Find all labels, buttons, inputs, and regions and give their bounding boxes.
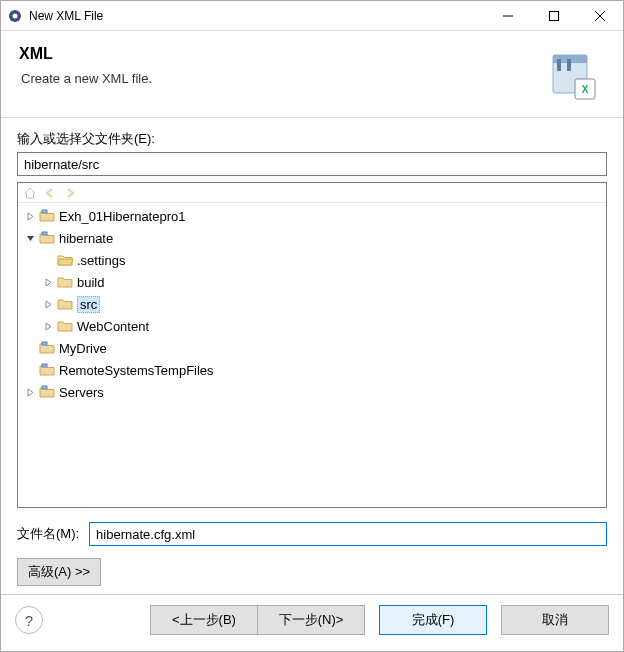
folder-icon [38, 362, 56, 378]
app-icon [7, 8, 23, 24]
caret-right-icon[interactable] [40, 296, 56, 312]
dialog-header: XML Create a new XML file. X [1, 31, 623, 118]
svg-point-1 [13, 13, 18, 18]
svg-rect-3 [550, 11, 559, 20]
xml-file-icon: X [541, 45, 605, 109]
caret-right-icon[interactable] [22, 208, 38, 224]
caret-right-icon[interactable] [40, 274, 56, 290]
parent-folder-input[interactable] [17, 152, 607, 176]
tree-node[interactable]: hibernate [20, 227, 604, 249]
finish-button[interactable]: 完成(F) [379, 605, 487, 635]
dialog-content: 输入或选择父文件夹(E): Exh_01Hibernatepro1hiberna… [1, 118, 623, 594]
tree-node[interactable]: MyDrive [20, 337, 604, 359]
tree-node-label: build [77, 275, 104, 290]
tree-node-label: Servers [59, 385, 104, 400]
home-icon[interactable] [22, 185, 38, 201]
advanced-button[interactable]: 高级(A) >> [17, 558, 101, 586]
tree-node-label: WebContent [77, 319, 149, 334]
folder-icon [56, 274, 74, 290]
parent-folder-label: 输入或选择父文件夹(E): [17, 130, 607, 148]
tree-node-label: .settings [77, 253, 125, 268]
forward-arrow-icon[interactable] [62, 185, 78, 201]
caret-right-icon[interactable] [40, 318, 56, 334]
tree-node[interactable]: WebContent [20, 315, 604, 337]
tree-node[interactable]: Servers [20, 381, 604, 403]
tree-node[interactable]: RemoteSystemsTempFiles [20, 359, 604, 381]
cancel-button[interactable]: 取消 [501, 605, 609, 635]
tree-node[interactable]: .settings [20, 249, 604, 271]
folder-icon [56, 296, 74, 312]
folder-tree-container: Exh_01Hibernatepro1hibernate.settingsbui… [17, 182, 607, 508]
header-title: XML [19, 45, 541, 63]
caret-down-icon[interactable] [22, 230, 38, 246]
help-icon: ? [25, 612, 33, 629]
svg-rect-13 [42, 232, 47, 235]
window-title: New XML File [29, 9, 485, 23]
filename-input[interactable] [89, 522, 607, 546]
help-button[interactable]: ? [15, 606, 43, 634]
caret-right-icon[interactable] [22, 384, 38, 400]
tree-node[interactable]: src [20, 293, 604, 315]
dialog-footer: ? <上一步(B) 下一步(N)> 完成(F) 取消 [1, 594, 623, 651]
svg-text:X: X [582, 84, 589, 95]
svg-rect-12 [42, 210, 47, 213]
folder-icon [56, 318, 74, 334]
minimize-button[interactable] [485, 1, 531, 31]
svg-rect-14 [42, 342, 47, 345]
svg-rect-16 [42, 386, 47, 389]
tree-toolbar [18, 183, 606, 203]
tree-node-label: MyDrive [59, 341, 107, 356]
folder-icon [56, 252, 74, 268]
new-xml-file-dialog: New XML File XML Create a new XML file. [0, 0, 624, 652]
tree-node-label: RemoteSystemsTempFiles [59, 363, 214, 378]
tree-node-label: Exh_01Hibernatepro1 [59, 209, 185, 224]
close-button[interactable] [577, 1, 623, 31]
folder-icon [38, 340, 56, 356]
back-arrow-icon[interactable] [42, 185, 58, 201]
window-controls [485, 1, 623, 31]
svg-rect-15 [42, 364, 47, 367]
tree-node[interactable]: Exh_01Hibernatepro1 [20, 205, 604, 227]
titlebar: New XML File [1, 1, 623, 31]
next-button[interactable]: 下一步(N)> [257, 605, 365, 635]
folder-icon [38, 230, 56, 246]
folder-tree[interactable]: Exh_01Hibernatepro1hibernate.settingsbui… [18, 203, 606, 507]
advanced-row: 高级(A) >> [17, 558, 607, 586]
footer-buttons: <上一步(B) 下一步(N)> 完成(F) 取消 [144, 605, 609, 635]
tree-node[interactable]: build [20, 271, 604, 293]
filename-row: 文件名(M): [17, 522, 607, 546]
folder-icon [38, 384, 56, 400]
header-description: Create a new XML file. [19, 71, 541, 86]
maximize-button[interactable] [531, 1, 577, 31]
svg-rect-8 [557, 59, 561, 71]
back-button[interactable]: <上一步(B) [150, 605, 258, 635]
filename-label: 文件名(M): [17, 525, 79, 543]
tree-node-label: hibernate [59, 231, 113, 246]
svg-rect-9 [567, 59, 571, 71]
tree-node-label: src [77, 296, 100, 313]
folder-icon [38, 208, 56, 224]
